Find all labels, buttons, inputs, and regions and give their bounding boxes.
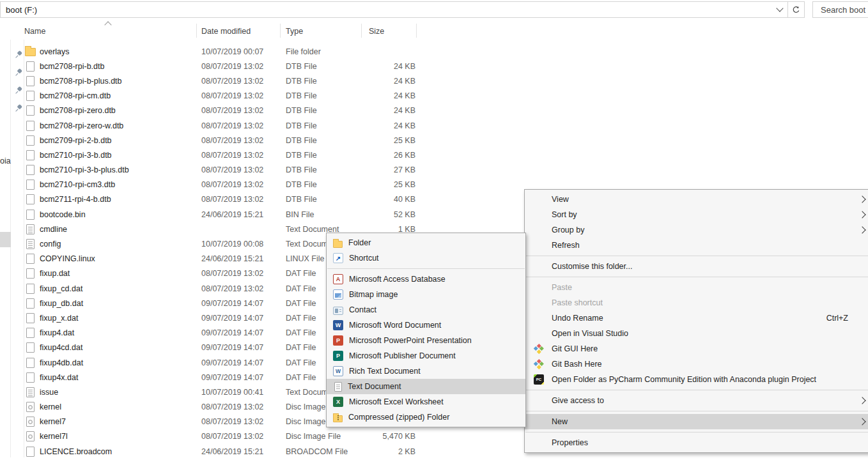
file-row[interactable]: LICENCE.broadcom 24/06/2019 15:21 BROADC… — [23, 444, 419, 457]
file-row[interactable]: bootcode.bin 24/06/2019 15:21 BIN File 5… — [23, 207, 419, 222]
file-date-modified: 08/07/2019 13:02 — [201, 269, 286, 278]
context-menu-item[interactable]: Group by — [525, 222, 868, 238]
submenu-item[interactable]: Folder — [327, 235, 525, 250]
menu-item-shortcut: Ctrl+Z — [826, 314, 865, 323]
column-header-size[interactable]: Size — [369, 27, 384, 36]
file-date-modified: 09/07/2019 14:07 — [201, 373, 286, 382]
menu-item-icon — [534, 194, 544, 204]
file-name: fixup4.dat — [40, 328, 201, 337]
submenu-item[interactable]: Microsoft Excel Worksheet — [327, 394, 525, 410]
file-date-modified: 08/07/2019 13:02 — [201, 417, 286, 426]
file-size: 25 KB — [367, 180, 415, 189]
menu-item-label: Git GUI Here — [552, 344, 598, 353]
column-separator[interactable] — [196, 24, 197, 38]
file-row[interactable]: bcm2708-rpi-b-plus.dtb 08/07/2019 13:02 … — [23, 73, 419, 88]
nav-selected-item[interactable] — [0, 232, 11, 247]
file-type-icon — [26, 284, 35, 294]
refresh-button[interactable] — [788, 2, 804, 17]
context-menu-item[interactable]: Give access to — [525, 393, 868, 408]
submenu-item-label: Microsoft Excel Worksheet — [349, 397, 444, 406]
file-name: bootcode.bin — [40, 210, 201, 219]
file-row[interactable]: bcm2708-rpi-b.dtb 08/07/2019 13:02 DTB F… — [23, 59, 419, 73]
file-name: kernel — [40, 402, 201, 411]
file-row[interactable]: bcm2710-rpi-3-b-plus.dtb 08/07/2019 13:0… — [23, 163, 419, 178]
file-name: fixup4x.dat — [40, 373, 201, 382]
file-type-icon — [25, 48, 36, 56]
file-date-modified: 10/07/2019 00:41 — [201, 388, 286, 397]
file-size: 52 KB — [367, 210, 415, 219]
submenu-item[interactable]: Contact — [327, 302, 525, 318]
file-row[interactable]: bcm2708-rpi-zero.dtb 08/07/2019 13:02 DT… — [23, 103, 419, 118]
context-menu-item[interactable]: Git Bash Here — [525, 356, 868, 372]
column-header-type[interactable]: Type — [286, 27, 303, 36]
file-row[interactable]: overlays 10/07/2019 00:07 File folder — [23, 44, 419, 59]
context-menu-item[interactable]: View — [525, 192, 868, 207]
file-name: kernel7 — [40, 417, 201, 426]
address-bar[interactable]: boot (F:) — [0, 1, 805, 18]
submenu-item[interactable]: Shortcut — [327, 250, 525, 266]
submenu-item-icon — [333, 366, 343, 376]
context-menu-item[interactable]: Undo Rename Ctrl+Z — [525, 310, 868, 326]
file-type-icon — [26, 210, 35, 220]
file-type-icon — [26, 194, 35, 204]
submenu-item[interactable]: Microsoft Access Database — [327, 272, 525, 287]
context-menu-item[interactable]: Open Folder as PyCharm Community Edition… — [525, 372, 868, 387]
submenu-item[interactable]: Bitmap image — [327, 287, 525, 302]
context-menu-item[interactable]: Sort by — [525, 207, 868, 222]
file-type: DTB File — [286, 165, 367, 174]
file-type: DTB File — [286, 121, 367, 130]
menu-item-icon — [534, 313, 544, 323]
menu-item-icon — [534, 344, 544, 354]
context-menu-item[interactable]: Refresh — [525, 238, 868, 253]
file-row[interactable]: bcm2708-rpi-cm.dtb 08/07/2019 13:02 DTB … — [23, 89, 419, 103]
file-row[interactable]: bcm2709-rpi-2-b.dtb 08/07/2019 13:02 DTB… — [23, 133, 419, 148]
submenu-item[interactable]: Microsoft Publisher Document — [327, 348, 525, 364]
menu-item-label: Paste shortcut — [552, 298, 603, 307]
search-box[interactable]: Search boot (F — [812, 1, 868, 18]
file-type-icon — [26, 150, 35, 160]
submenu-item[interactable]: Microsoft PowerPoint Presentation — [327, 333, 525, 348]
column-separator[interactable] — [416, 24, 417, 38]
column-separator[interactable] — [361, 24, 362, 38]
context-menu-item[interactable]: New — [525, 414, 868, 429]
file-row[interactable]: bcm2711-rpi-4-b.dtb 08/07/2019 13:02 DTB… — [23, 192, 419, 207]
column-header-date-modified[interactable]: Date modified — [201, 27, 251, 36]
file-row[interactable]: kernel7l 08/07/2019 13:02 Disc Image Fil… — [23, 429, 419, 444]
submenu-item-icon — [333, 274, 343, 284]
menu-item-label: Paste — [552, 283, 572, 292]
context-menu-item[interactable]: Open in Visual Studio — [525, 326, 868, 341]
submenu-item-label: Rich Text Document — [349, 367, 421, 376]
context-menu-item[interactable]: Git GUI Here — [525, 341, 868, 356]
file-type-icon — [26, 268, 35, 279]
file-row[interactable]: bcm2710-rpi-cm3.dtb 08/07/2019 13:02 DTB… — [23, 178, 419, 192]
nav-item-clipped-label[interactable]: oia — [0, 157, 11, 165]
submenu-item[interactable]: Text Document — [327, 379, 525, 394]
submenu-item[interactable]: Compressed (zipped) Folder — [327, 410, 525, 425]
file-name: fixup4db.dat — [40, 358, 201, 367]
file-row[interactable]: bcm2708-rpi-zero-w.dtb 08/07/2019 13:02 … — [23, 118, 419, 133]
file-type-icon — [26, 298, 35, 309]
submenu-item-label: Text Document — [348, 382, 401, 391]
context-menu-item[interactable]: Paste shortcut — [525, 295, 868, 310]
column-separator[interactable] — [280, 24, 281, 38]
new-submenu: Folder Shortcut Microsoft Access Databas… — [326, 233, 526, 427]
file-name: fixup_db.dat — [40, 299, 201, 308]
menu-item-label: Refresh — [552, 241, 580, 250]
context-menu-item[interactable]: Customise this folder... — [525, 259, 868, 274]
column-header-name[interactable]: Name — [24, 27, 45, 36]
file-type-icon — [26, 313, 35, 323]
context-menu-item[interactable]: Paste — [525, 280, 868, 295]
file-explorer-window: { "address_bar": { "path": "boot (F:)" }… — [0, 0, 868, 467]
file-row[interactable]: bcm2710-rpi-3-b.dtb 08/07/2019 13:02 DTB… — [23, 148, 419, 162]
address-dropdown-button[interactable] — [771, 2, 787, 17]
file-date-modified: 09/07/2019 14:07 — [201, 358, 286, 367]
submenu-item-label: Shortcut — [349, 254, 379, 263]
submenu-item[interactable]: Rich Text Document — [327, 364, 525, 379]
column-headers: Name Date modified Type Size — [0, 22, 868, 40]
submenu-item[interactable]: Microsoft Word Document — [327, 318, 525, 333]
file-name: bcm2708-rpi-b-plus.dtb — [40, 77, 201, 86]
address-path[interactable]: boot (F:) — [1, 5, 37, 15]
file-type-icon — [26, 387, 35, 397]
context-menu-item[interactable]: Properties — [525, 435, 868, 450]
file-type-icon — [26, 239, 35, 249]
